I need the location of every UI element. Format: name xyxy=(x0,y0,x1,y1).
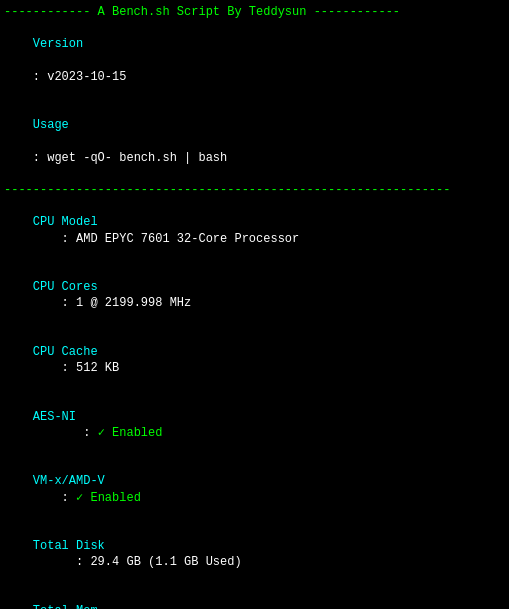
version-label: Version xyxy=(33,37,83,51)
aes-ni-line: AES-NI : ✓ Enabled xyxy=(4,393,505,458)
vmamd-value: : ✓ Enabled xyxy=(33,491,141,505)
usage-label: Usage xyxy=(33,118,69,132)
usage-line: Usage : wget -qO- bench.sh | bash xyxy=(4,101,505,182)
vmamd-label: VM-x/AMD-V xyxy=(33,474,105,488)
version-line: Version : v2023-10-15 xyxy=(4,20,505,101)
cpu-cores-line: CPU Cores : 1 @ 2199.998 MHz xyxy=(4,263,505,328)
cpu-cores-label: CPU Cores xyxy=(33,280,98,294)
usage-value: : wget -qO- bench.sh | bash xyxy=(33,151,227,165)
aes-ni-value: : ✓ Enabled xyxy=(33,426,163,440)
header-divider: ------------ A Bench.sh Script By Teddys… xyxy=(4,4,505,20)
total-disk-label: Total Disk xyxy=(33,539,105,553)
total-disk-line: Total Disk : 29.4 GB (1.1 GB Used) xyxy=(4,522,505,587)
total-mem-line: Total Mem : 960.7 MB (247.9 MB Used) xyxy=(4,587,505,609)
cpu-cache-line: CPU Cache : 512 KB xyxy=(4,328,505,393)
cpu-cache-label: CPU Cache xyxy=(33,345,98,359)
cpu-cores-value: : 1 @ 2199.998 MHz xyxy=(33,296,191,310)
system-divider-top: ----------------------------------------… xyxy=(4,182,505,198)
cpu-model-value: : AMD EPYC 7601 32-Core Processor xyxy=(33,232,299,246)
terminal-output: ------------ A Bench.sh Script By Teddys… xyxy=(4,4,505,609)
cpu-model-label: CPU Model xyxy=(33,215,98,229)
aes-ni-label: AES-NI xyxy=(33,410,76,424)
cpu-model-line: CPU Model : AMD EPYC 7601 32-Core Proces… xyxy=(4,198,505,263)
total-disk-value: : 29.4 GB (1.1 GB Used) xyxy=(33,555,242,569)
cpu-cache-value: : 512 KB xyxy=(33,361,119,375)
total-mem-label: Total Mem xyxy=(33,604,98,609)
version-value: : v2023-10-15 xyxy=(33,70,127,84)
vmamd-line: VM-x/AMD-V : ✓ Enabled xyxy=(4,457,505,522)
